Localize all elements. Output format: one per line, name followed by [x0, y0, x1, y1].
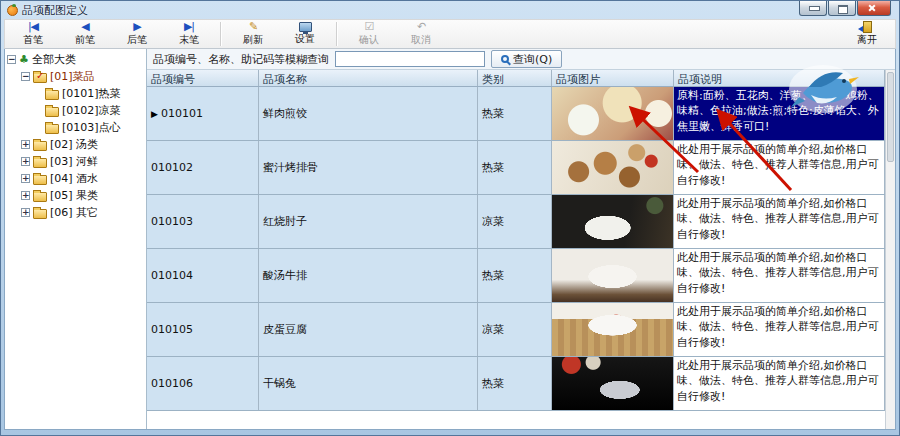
tree-root-label: 全部大类 — [32, 52, 76, 67]
tree-node-06[interactable]: + [06] 其它 — [5, 204, 146, 221]
record-pointer-icon: ▶ — [151, 109, 158, 119]
table-row[interactable]: 010106 干锅兔 热菜 此处用于展示品项的简单介绍,如价格口味、做法、特色、… — [147, 357, 885, 411]
checked-folder-icon — [33, 73, 47, 83]
cell-name: 鲜肉煎饺 — [259, 87, 478, 140]
prev-record-button[interactable]: ◀ 前笔 — [59, 20, 111, 48]
monitor-icon — [299, 22, 312, 32]
confirm-button[interactable]: ☑ 确认 — [343, 20, 395, 48]
maximize-button[interactable] — [828, 1, 856, 16]
tree-node-02[interactable]: + [02] 汤类 — [5, 136, 146, 153]
cell-category: 热菜 — [478, 357, 552, 410]
table-row[interactable]: ▶ 010101 鲜肉煎饺 热菜 原料:面粉、五花肉、洋葱、精盐、鸡粉、味精、色… — [147, 87, 885, 141]
setup-label: 设置 — [295, 32, 315, 46]
last-record-button[interactable]: ▶| 末笔 — [163, 20, 215, 48]
next-record-icon: ▶ — [133, 21, 140, 33]
cell-name: 红烧肘子 — [259, 195, 478, 248]
table-row[interactable]: 010104 酸汤牛排 热菜 此处用于展示品项的简单介绍,如价格口味、做法、特色… — [147, 249, 885, 303]
cell-description: 此处用于展示品项的简单介绍,如价格口味、做法、特色、推荐人群等信息,用户可自行修… — [674, 195, 885, 248]
tree-node-label: [05] 果类 — [50, 188, 98, 203]
cell-category: 热菜 — [478, 249, 552, 302]
col-header-desc[interactable]: 品项说明 — [674, 70, 885, 86]
prev-record-label: 前笔 — [75, 33, 95, 47]
expand-icon[interactable]: + — [21, 140, 30, 149]
cell-code: 010101 — [161, 107, 203, 120]
table-row[interactable]: 010102 蜜汁烤排骨 热菜 此处用于展示品项的简单介绍,如价格口味、做法、特… — [147, 141, 885, 195]
cell-description: 原料:面粉、五花肉、洋葱、精盐、鸡粉、味精、色拉油;做法:煎;特色:皮薄馅大、外… — [674, 87, 885, 140]
tree-node-label: [02] 汤类 — [50, 137, 98, 152]
dish-photo — [552, 87, 674, 140]
cell-description: 此处用于展示品项的简单介绍,如价格口味、做法、特色、推荐人群等信息,用户可自行修… — [674, 141, 885, 194]
setup-button[interactable]: 设置 — [279, 20, 331, 48]
cell-code: 010103 — [147, 195, 259, 248]
cell-code: 010106 — [147, 357, 259, 410]
folder-icon — [33, 175, 47, 185]
tree-node-05[interactable]: + [05] 果类 — [5, 187, 146, 204]
col-header-code[interactable]: 品项编号 — [147, 70, 259, 86]
expand-icon[interactable]: + — [21, 208, 30, 217]
exit-button[interactable]: 离开 — [841, 20, 893, 48]
tree-node-label: [01]菜品 — [50, 69, 95, 84]
last-record-label: 末笔 — [179, 33, 199, 47]
cell-category: 热菜 — [478, 87, 552, 140]
tree-node-0103[interactable]: [0103]点心 — [5, 119, 146, 136]
tree-node-01[interactable]: − [01]菜品 — [5, 68, 146, 85]
expand-icon[interactable]: + — [21, 157, 30, 166]
toolbar: |◀ 首笔 ◀ 前笔 ▶ 后笔 ▶| 末笔 ✎ 刷新 设置 ☑ 确认 — [4, 19, 896, 49]
close-button[interactable] — [857, 1, 891, 16]
exit-label: 离开 — [857, 33, 877, 47]
cell-category: 热菜 — [478, 141, 552, 194]
tree-root-icon: ♣ — [19, 54, 29, 65]
folder-icon — [33, 158, 47, 168]
folder-icon — [45, 90, 59, 100]
collapse-icon[interactable]: − — [7, 55, 16, 64]
expand-icon[interactable]: + — [21, 174, 30, 183]
cell-category: 凉菜 — [478, 303, 552, 356]
next-record-button[interactable]: ▶ 后笔 — [111, 20, 163, 48]
tree-node-label: [0102]凉菜 — [62, 103, 121, 118]
cancel-button[interactable]: ↶ 取消 — [395, 20, 447, 48]
items-table: 品项编号 品项名称 类别 品项图片 品项说明 ▶ 010101 鲜肉煎饺 热菜 … — [147, 70, 885, 411]
bottom-padding — [147, 411, 895, 429]
dish-photo — [552, 303, 674, 356]
app-icon — [7, 5, 18, 16]
cell-description: 此处用于展示品项的简单介绍,如价格口味、做法、特色、推荐人群等信息,用户可自行修… — [674, 303, 885, 356]
first-record-icon: |◀ — [28, 21, 38, 33]
tree-node-0102[interactable]: [0102]凉菜 — [5, 102, 146, 119]
dish-photo — [552, 357, 674, 410]
vertical-scrollbar[interactable] — [885, 70, 895, 429]
col-header-category[interactable]: 类别 — [478, 70, 552, 86]
folder-icon — [45, 124, 59, 134]
query-button[interactable]: 查询(Q) — [491, 50, 562, 68]
tree-node-0101[interactable]: [0101]热菜 — [5, 85, 146, 102]
window-title: 品项配图定义 — [22, 3, 88, 18]
tree-node-04[interactable]: + [04] 酒水 — [5, 170, 146, 187]
collapse-icon[interactable]: − — [21, 72, 30, 81]
cell-code: 010102 — [147, 141, 259, 194]
cell-name: 干锅兔 — [259, 357, 478, 410]
exit-door-icon — [863, 21, 872, 33]
scrollbar-thumb[interactable] — [887, 72, 894, 162]
table-row[interactable]: 010105 皮蛋豆腐 凉菜 此处用于展示品项的简单介绍,如价格口味、做法、特色… — [147, 303, 885, 357]
expand-icon[interactable]: + — [21, 191, 30, 200]
table-row[interactable]: 010103 红烧肘子 凉菜 此处用于展示品项的简单介绍,如价格口味、做法、特色… — [147, 195, 885, 249]
first-record-label: 首笔 — [23, 33, 43, 47]
query-label: 品项编号、名称、助记码等模糊查询 — [153, 52, 329, 67]
search-icon — [501, 55, 509, 63]
cell-code: 010105 — [147, 303, 259, 356]
table-header: 品项编号 品项名称 类别 品项图片 品项说明 — [147, 70, 885, 87]
dish-photo — [552, 249, 674, 302]
col-header-name[interactable]: 品项名称 — [259, 70, 478, 86]
titlebar[interactable]: 品项配图定义 — [1, 1, 899, 19]
first-record-button[interactable]: |◀ 首笔 — [7, 20, 59, 48]
query-bar: 品项编号、名称、助记码等模糊查询 查询(Q) — [147, 49, 895, 70]
query-input[interactable] — [335, 51, 485, 67]
app-window: 品项配图定义 |◀ 首笔 ◀ 前笔 ▶ 后笔 ▶| 末笔 ✎ 刷新 设置 — [0, 0, 900, 436]
refresh-button[interactable]: ✎ 刷新 — [227, 20, 279, 48]
minimize-button[interactable] — [799, 1, 827, 16]
cell-description: 此处用于展示品项的简单介绍,如价格口味、做法、特色、推荐人群等信息,用户可自行修… — [674, 357, 885, 410]
tree-node-03[interactable]: + [03] 河鲜 — [5, 153, 146, 170]
col-header-image[interactable]: 品项图片 — [552, 70, 674, 86]
tree-root[interactable]: − ♣ 全部大类 — [5, 51, 146, 68]
folder-icon — [33, 192, 47, 202]
query-button-label: 查询(Q) — [513, 52, 552, 67]
